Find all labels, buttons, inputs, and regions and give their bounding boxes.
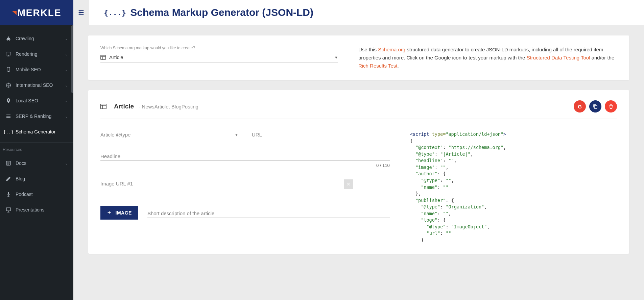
url-input[interactable] xyxy=(252,129,390,139)
nav-label: Mobile SEO xyxy=(16,67,65,72)
list-icon xyxy=(5,113,11,119)
svg-point-3 xyxy=(8,71,9,72)
sidebar-item-international-seo[interactable]: International SEO ⌄ xyxy=(0,77,73,93)
presentation-icon xyxy=(5,207,11,213)
copy-icon xyxy=(593,104,598,109)
headline-char-count: 0 / 110 xyxy=(100,163,390,168)
form-column: Article @type ▼ 0 / 110 xyxy=(100,129,390,244)
collapse-sidebar-button[interactable] xyxy=(73,0,89,25)
article-type-label: Article @type xyxy=(100,132,130,138)
nav-label: Local SEO xyxy=(16,98,65,103)
svg-rect-7 xyxy=(6,208,10,211)
builder-header: Article - NewsArticle, BlogPosting G xyxy=(100,100,617,119)
dropdown-arrow-icon: ▼ xyxy=(235,133,238,137)
logo-triangle-icon xyxy=(12,11,17,15)
rich-results-link[interactable]: Rich Results Test xyxy=(358,63,398,69)
chevron-down-icon: ⌄ xyxy=(65,52,68,56)
copy-button[interactable] xyxy=(589,100,601,112)
pencil-icon xyxy=(5,176,11,182)
close-icon: ✕ xyxy=(347,181,351,187)
nav-label: Crawling xyxy=(16,36,65,41)
nav-label: Presentations xyxy=(16,207,68,212)
article-type-select[interactable]: Article @type ▼ xyxy=(100,129,238,139)
pin-icon xyxy=(5,98,11,104)
sdtt-link[interactable]: Structured Data Testing Tool xyxy=(527,55,590,60)
svg-point-0 xyxy=(7,38,10,40)
brand-logo[interactable]: MERKLE xyxy=(0,0,73,25)
schema-select-value: Article xyxy=(109,54,334,60)
chevron-down-icon: ⌄ xyxy=(65,68,68,72)
sidebar-item-schema-generator[interactable]: {..} Schema Generator xyxy=(0,124,73,140)
svg-rect-9 xyxy=(101,104,106,109)
chevron-down-icon: ⌄ xyxy=(65,99,68,103)
sidebar-item-local-seo[interactable]: Local SEO ⌄ xyxy=(0,93,73,108)
webpage-icon xyxy=(100,55,106,60)
builder-subtitle: - NewsArticle, BlogPosting xyxy=(139,104,198,109)
sidebar-item-mobile-seo[interactable]: Mobile SEO ⌄ xyxy=(0,62,73,77)
intro-text-part: Use this xyxy=(358,47,378,52)
code-preview: <script type="application/ld+json"> { "@… xyxy=(410,129,617,244)
svg-rect-1 xyxy=(6,52,11,55)
chevron-down-icon: ⌄ xyxy=(65,83,68,88)
builder-card: Article - NewsArticle, BlogPosting G xyxy=(88,90,629,254)
braces-icon: {...} xyxy=(104,8,126,17)
nav-label: Blog xyxy=(16,176,68,181)
page-title: Schema Markup Generator (JSON-LD) xyxy=(130,7,313,18)
dropdown-arrow-icon: ▼ xyxy=(334,55,338,59)
image-url-input[interactable] xyxy=(100,178,338,188)
remove-image-button[interactable]: ✕ xyxy=(344,179,353,189)
globe-icon xyxy=(5,82,11,88)
svg-rect-6 xyxy=(8,192,9,195)
nav-list: Crawling ⌄ Rendering ⌄ Mobile SEO ⌄ xyxy=(0,25,73,300)
nav-label: Docs xyxy=(16,160,65,166)
nav-label: Rendering xyxy=(16,51,65,57)
nav-label: Schema Generator xyxy=(16,129,68,134)
sidebar-item-podcast[interactable]: Podcast xyxy=(0,186,73,202)
mic-icon xyxy=(5,191,11,197)
chevron-down-icon: ⌄ xyxy=(65,161,68,166)
sidebar-item-blog[interactable]: Blog xyxy=(0,171,73,186)
webpage-icon xyxy=(100,104,106,109)
phone-icon xyxy=(5,67,11,73)
brand-name: MERKLE xyxy=(17,7,61,18)
sidebar-item-presentations[interactable]: Presentations xyxy=(0,202,73,218)
schema-type-select[interactable]: Article ▼ xyxy=(100,52,338,62)
chevron-down-icon: ⌄ xyxy=(65,36,68,41)
sidebar-item-rendering[interactable]: Rendering ⌄ xyxy=(0,46,73,62)
google-g-icon: G xyxy=(578,104,582,109)
sidebar-scrollbar[interactable] xyxy=(71,25,73,93)
test-google-button[interactable]: G xyxy=(574,100,586,112)
nav-label: International SEO xyxy=(16,82,65,88)
builder-title: Article xyxy=(114,103,134,110)
nav-section-resources: Resources xyxy=(0,142,73,155)
intro-text: Use this Schema.org structured data gene… xyxy=(358,46,617,70)
svg-rect-10 xyxy=(594,105,597,108)
braces-icon: {..} xyxy=(5,129,11,135)
book-icon xyxy=(5,160,11,166)
monitor-icon xyxy=(5,51,11,57)
plus-icon: ＋ xyxy=(106,209,112,216)
headline-input[interactable] xyxy=(100,151,390,161)
bug-icon xyxy=(5,35,11,42)
sidebar-item-crawling[interactable]: Crawling ⌄ xyxy=(0,31,73,46)
intro-text-part: and/or the xyxy=(590,55,615,60)
delete-button[interactable] xyxy=(605,100,617,112)
intro-card: Which Schema.org markup would you like t… xyxy=(88,35,629,80)
sidebar: MERKLE Crawling ⌄ Rendering ⌄ xyxy=(0,0,73,300)
sidebar-item-docs[interactable]: Docs ⌄ xyxy=(0,155,73,171)
content: Which Schema.org markup would you like t… xyxy=(73,25,644,300)
svg-rect-8 xyxy=(101,55,106,59)
chevron-down-icon: ⌄ xyxy=(65,114,68,119)
main-area: {...} Schema Markup Generator (JSON-LD) … xyxy=(73,0,644,300)
schema-select-label: Which Schema.org markup would you like t… xyxy=(100,46,338,50)
sidebar-item-serp-ranking[interactable]: SERP & Ranking ⌄ xyxy=(0,108,73,124)
trash-icon xyxy=(609,104,614,109)
intro-text-part: . xyxy=(397,63,399,69)
nav-label: Podcast xyxy=(16,192,68,197)
add-image-button[interactable]: ＋ IMAGE xyxy=(100,206,138,220)
description-input[interactable] xyxy=(147,208,390,218)
schema-org-link[interactable]: Schema.org xyxy=(378,47,405,52)
nav-label: SERP & Ranking xyxy=(16,114,65,119)
top-header: {...} Schema Markup Generator (JSON-LD) xyxy=(73,0,644,25)
add-image-label: IMAGE xyxy=(116,210,132,216)
